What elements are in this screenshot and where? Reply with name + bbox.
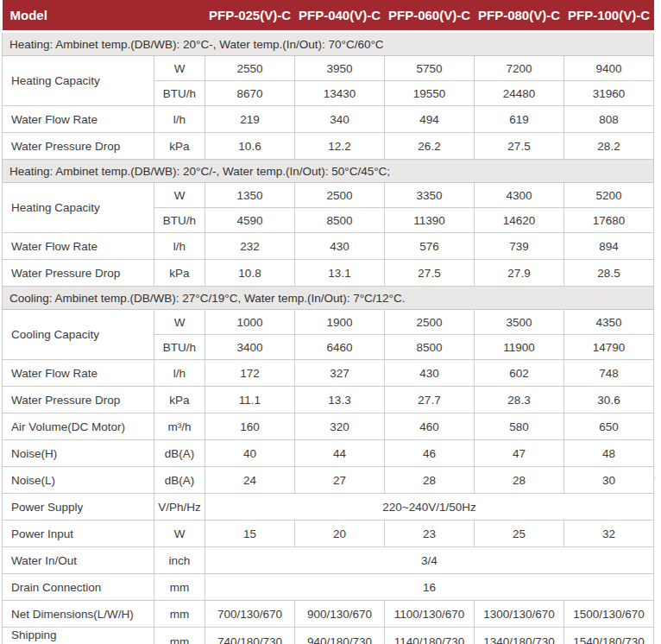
section-title: Heating: Ambinet temp.(DB/WB): 20°C/-, W… (3, 160, 654, 183)
spec-row: Water Pressure DropkPa10.612.226.227.528… (3, 133, 654, 160)
value-cell: 15 (205, 521, 295, 547)
value-cell: 8500 (295, 208, 385, 233)
value-cell: 27 (295, 467, 385, 494)
spec-row: Heating CapacityW25503950575072009400 (3, 56, 654, 81)
spec-row: Power InputW1520232532 (3, 521, 654, 547)
spec-table: Model PFP-025(V)-C PFP-040(V)-C PFP-060(… (2, 0, 654, 644)
value-cell: 340 (295, 106, 385, 133)
value-cell: 1100/130/670 (385, 601, 475, 628)
value-cell: 3950 (295, 56, 385, 81)
unit-cell: dB(A) (154, 440, 205, 467)
value-cell: 27.7 (385, 387, 475, 414)
row-label: Water Pressure Drop (3, 133, 154, 160)
row-label: Heating Capacity (3, 183, 154, 233)
value-cell: 650 (564, 414, 654, 440)
value-cell: 2500 (385, 310, 475, 335)
section-title-row: Heating: Ambinet temp.(DB/WB): 20°C-, Wa… (3, 32, 654, 56)
model-column-header: PFP-040(V)-C (295, 0, 385, 32)
value-cell: 748 (564, 360, 654, 387)
value-cell: 28.3 (475, 387, 564, 414)
value-cell: 894 (564, 233, 654, 260)
row-label: Noise(H) (3, 440, 154, 467)
value-cell: 5750 (385, 56, 475, 81)
unit-cell: W (154, 521, 205, 547)
value-cell: 28.2 (564, 133, 654, 160)
value-cell: 20 (295, 521, 385, 547)
spec-row: Shipping Dimensions(L/W/H)mm740/180/7309… (3, 628, 654, 644)
value-cell: 24480 (475, 81, 564, 106)
value-cell: 10.8 (205, 260, 295, 287)
value-cell: 48 (564, 440, 654, 467)
value-cell: 13.3 (295, 387, 385, 414)
model-column-header: PFP-025(V)-C (205, 0, 295, 32)
value-cell: 2550 (205, 56, 295, 81)
unit-cell: kPa (154, 133, 205, 160)
unit-cell: mm (154, 601, 205, 628)
row-label: Drain Connection (3, 574, 154, 601)
unit-cell: BTU/h (154, 81, 205, 106)
row-label: Net Dimensions(L/W/H) (3, 601, 154, 628)
value-cell: 11.1 (205, 387, 295, 414)
row-label: Air Volume(DC Motor) (3, 414, 154, 440)
unit-cell: l/h (154, 106, 205, 133)
value-cell: 739 (475, 233, 564, 260)
value-cell: 7200 (475, 56, 564, 81)
value-cell: 940/180/730 (295, 628, 385, 644)
value-cell: 1500/130/670 (564, 601, 654, 628)
value-cell: 2500 (295, 183, 385, 208)
value-cell: 1900 (295, 310, 385, 335)
value-cell: 13430 (295, 81, 385, 106)
spec-row: Air Volume(DC Motor)m³/h160320460580650 (3, 414, 654, 440)
value-cell: 460 (385, 414, 475, 440)
value-cell: 28 (475, 467, 564, 494)
row-label: Water Pressure Drop (3, 387, 154, 414)
row-label: Water Flow Rate (3, 360, 154, 387)
value-cell: 1140/180/730 (385, 628, 475, 644)
value-cell: 580 (475, 414, 564, 440)
value-cell: 14620 (475, 208, 564, 233)
value-cell: 4590 (205, 208, 295, 233)
value-cell: 494 (385, 106, 475, 133)
spec-row: Heating CapacityW13502500335043005200 (3, 183, 654, 208)
spec-row: Water Flow Ratel/h232430576739894 (3, 233, 654, 260)
model-header-label: Model (3, 0, 205, 32)
unit-cell: inch (154, 547, 205, 574)
value-cell: 32 (564, 521, 654, 547)
value-cell: 6460 (295, 335, 385, 360)
model-header-row: Model PFP-025(V)-C PFP-040(V)-C PFP-060(… (3, 0, 654, 32)
value-cell: 9400 (564, 56, 654, 81)
value-cell: 28.5 (564, 260, 654, 287)
value-cell: 24 (205, 467, 295, 494)
value-cell: 3350 (385, 183, 475, 208)
value-cell: 10.6 (205, 133, 295, 160)
value-cell: 4300 (475, 183, 564, 208)
section-title: Heating: Ambinet temp.(DB/WB): 20°C-, Wa… (3, 32, 654, 56)
unit-cell: V/Ph/Hz (154, 494, 205, 521)
value-cell: 1540/180/730 (564, 628, 654, 644)
value-cell: 27.9 (475, 260, 564, 287)
spec-row: Cooling CapacityW10001900250035004350 (3, 310, 654, 335)
value-cell: 17680 (564, 208, 654, 233)
value-cell: 23 (385, 521, 475, 547)
value-cell: 30 (564, 467, 654, 494)
value-cell: 576 (385, 233, 475, 260)
row-label: Water Flow Rate (3, 106, 154, 133)
section-title-row: Heating: Ambinet temp.(DB/WB): 20°C/-, W… (3, 160, 654, 183)
spec-row: Water Pressure DropkPa10.813.127.527.928… (3, 260, 654, 287)
value-cell: 430 (295, 233, 385, 260)
value-cell: 12.2 (295, 133, 385, 160)
value-cell: 44 (295, 440, 385, 467)
value-cell: 19550 (385, 81, 475, 106)
value-cell: 1000 (205, 310, 295, 335)
unit-cell: W (154, 310, 205, 335)
unit-cell: mm (154, 628, 205, 644)
row-label: Water Pressure Drop (3, 260, 154, 287)
spec-row: Net Dimensions(L/W/H)mm700/130/670900/13… (3, 601, 654, 628)
value-cell: 5200 (564, 183, 654, 208)
value-cell: 327 (295, 360, 385, 387)
spec-sheet-page: Model PFP-025(V)-C PFP-040(V)-C PFP-060(… (0, 0, 661, 644)
row-label: Shipping Dimensions(L/W/H) (3, 628, 154, 644)
spec-row: Water In/Outinch3/4 (3, 547, 654, 574)
value-cell: 430 (385, 360, 475, 387)
value-cell: 46 (385, 440, 475, 467)
